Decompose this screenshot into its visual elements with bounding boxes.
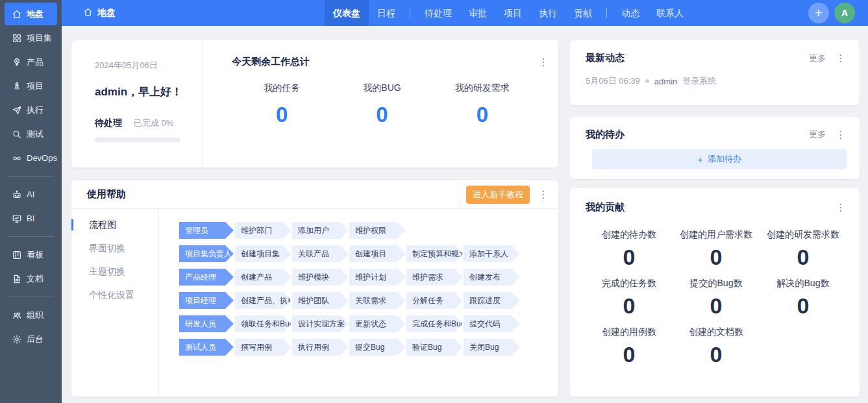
sidebar-divider <box>8 176 54 177</box>
contribution-stat-value: 0 <box>586 292 673 319</box>
add-todo-button[interactable]: + 添加待办 <box>592 149 847 169</box>
flow-step-tag[interactable]: 创建产品、执行 <box>235 292 291 309</box>
contribution-stat-3: 完成的任务数0 <box>586 278 673 319</box>
dynamics-more-link[interactable]: 更多 <box>809 53 826 64</box>
sidebar-item-qa[interactable]: 测试 <box>5 123 57 145</box>
flow-step-tag[interactable]: 添加用户 <box>292 222 349 239</box>
kebab-menu-icon[interactable]: ⋮ <box>538 188 549 201</box>
flow-step-tag[interactable]: 创建项目 <box>349 245 406 262</box>
nav-item-dashboard[interactable]: 仪表盘 <box>325 0 369 26</box>
sidebar-item-bi[interactable]: BI <box>5 207 57 230</box>
nav-item-project[interactable]: 项目 <box>495 0 530 26</box>
sidebar-divider <box>8 297 54 297</box>
contribution-stat-label: 创建的用例数 <box>586 326 673 338</box>
sidebar-item-label: 组织 <box>27 310 43 321</box>
flow-step-tag[interactable]: 跟踪进度 <box>464 292 520 309</box>
sidebar-item-organization[interactable]: 组织 <box>5 304 57 326</box>
flow-step-tag[interactable]: 维护权限 <box>349 222 406 239</box>
flow-role-tag: 管理员 <box>179 222 234 239</box>
sidebar-item-label: 产品 <box>27 56 43 68</box>
pending-label: 待处理 <box>95 117 122 129</box>
work-stat-2: 我的研发需求0 <box>432 82 532 127</box>
sidebar-item-devops[interactable]: DevOps <box>5 147 57 169</box>
nav-divider <box>410 8 410 18</box>
flow-step-tag[interactable]: 撰写用例 <box>235 339 291 356</box>
todo-more-link[interactable]: 更多 <box>809 128 826 140</box>
contribution-stat-label: 创建的待办数 <box>586 229 673 241</box>
flow-step-tag[interactable]: 设计实现方案 <box>292 315 349 332</box>
contribution-stat-label: 解决的Bug数 <box>760 278 847 289</box>
flow-step-tag[interactable]: 创建发布 <box>464 269 520 286</box>
sidebar-item-project[interactable]: 项目 <box>5 75 57 97</box>
flow-step-tag[interactable]: 创建项目集 <box>235 245 291 262</box>
work-stat-value: 0 <box>432 103 532 127</box>
contribution-stat-value: 0 <box>586 341 673 368</box>
flow-step-tag[interactable]: 验证Bug <box>406 339 463 356</box>
work-stat-1: 我的BUG0 <box>332 82 432 127</box>
flow-step-tag[interactable]: 创建产品 <box>235 269 291 286</box>
flow-step-tag[interactable]: 分解任务 <box>406 292 463 309</box>
flow-step-tag[interactable]: 添加干系人 <box>464 245 520 262</box>
contribution-stat-2: 创建的研发需求数0 <box>760 229 847 271</box>
sidebar-item-ai[interactable]: AI <box>5 183 57 206</box>
dynamics-dot <box>645 79 649 83</box>
flow-step-tag[interactable]: 关闭Bug <box>464 339 520 356</box>
sidebar-item-execution[interactable]: 执行 <box>5 99 57 121</box>
flow-step-tag[interactable]: 领取任务和Bug <box>235 315 291 332</box>
contribution-title: 我的贡献 <box>586 201 835 214</box>
topbar-home[interactable]: 地盘 <box>83 7 116 19</box>
flow-row: 项目经理创建产品、执行维护团队关联需求分解任务跟踪进度 <box>179 292 558 309</box>
flow-step-tag[interactable]: 维护部门 <box>235 222 291 239</box>
sidebar-item-doc[interactable]: 文档 <box>5 267 57 290</box>
sidebar-item-admin[interactable]: 后台 <box>5 328 57 350</box>
nav-item-execution[interactable]: 执行 <box>530 0 565 26</box>
sidebar-item-label: 看板 <box>27 249 43 261</box>
flow-step-tag[interactable]: 提交代码 <box>464 315 520 332</box>
kebab-menu-icon[interactable]: ⋮ <box>835 52 847 64</box>
create-button[interactable]: + <box>808 3 829 23</box>
flow-step-tag[interactable]: 更新状态 <box>349 315 406 332</box>
flow-step-tag[interactable]: 维护计划 <box>349 269 406 286</box>
nav-item-todo[interactable]: 待处理 <box>416 0 460 26</box>
help-tab-personalize[interactable]: 个性化设置 <box>71 284 158 307</box>
sidebar-item-space[interactable]: 地盘 <box>5 3 57 25</box>
nav-item-dynamic[interactable]: 动态 <box>613 0 648 26</box>
flow-step-tag[interactable]: 维护需求 <box>406 269 463 286</box>
avatar[interactable]: A <box>834 3 855 23</box>
flow-step-tag[interactable]: 提交Bug <box>349 339 406 356</box>
kanban-icon <box>12 250 22 260</box>
dynamics-entry: 5月06日 06:39admin登录系统 <box>586 75 847 87</box>
infinity-icon <box>12 153 22 164</box>
flow-step-tag[interactable]: 制定预算和规划 <box>406 245 463 262</box>
flow-step-tag[interactable]: 关联产品 <box>292 245 349 262</box>
help-tab-ui-switch[interactable]: 界面切换 <box>71 237 158 260</box>
nav-item-approval[interactable]: 审批 <box>460 0 495 26</box>
nav-item-contacts[interactable]: 联系人 <box>648 0 692 26</box>
help-tab-theme-switch[interactable]: 主题切换 <box>71 260 158 284</box>
flow-step-tag[interactable]: 完成任务和Bug <box>406 315 463 332</box>
contribution-grid: 创建的待办数0创建的用户需求数0创建的研发需求数0完成的任务数0提交的Bug数0… <box>586 229 847 368</box>
contribution-stat-value: 0 <box>760 243 847 271</box>
sidebar-item-program[interactable]: 项目集 <box>5 27 57 49</box>
nav-item-calendar[interactable]: 日程 <box>369 0 404 26</box>
home-icon <box>83 7 93 19</box>
flow-step-tag[interactable]: 关联需求 <box>349 292 406 309</box>
flow-role-tag: 项目经理 <box>179 292 234 309</box>
dynamics-list: 5月06日 06:39admin登录系统 <box>586 75 847 87</box>
contribution-stat-4: 提交的Bug数0 <box>673 278 760 319</box>
sidebar-item-label: AI <box>27 189 34 199</box>
help-tab-flowchart[interactable]: 流程图 <box>71 214 158 237</box>
sidebar-item-product[interactable]: 产品 <box>5 51 57 73</box>
nav-divider <box>606 8 607 18</box>
tutorial-button[interactable]: 进入新手教程 <box>466 186 530 204</box>
kebab-menu-icon[interactable]: ⋮ <box>835 201 847 214</box>
flow-step-tag[interactable]: 维护模块 <box>292 269 349 286</box>
sidebar-item-kanban[interactable]: 看板 <box>5 243 57 266</box>
kebab-menu-icon[interactable]: ⋮ <box>538 56 549 68</box>
work-stats: 我的任务0我的BUG0我的研发需求0 <box>232 82 558 127</box>
flow-step-tag[interactable]: 执行用例 <box>292 339 349 356</box>
welcome-pane: 2024年05月06日 admin，早上好！ 待处理 已完成 0% <box>71 40 203 167</box>
nav-item-contribute[interactable]: 贡献 <box>565 0 601 26</box>
kebab-menu-icon[interactable]: ⋮ <box>835 128 847 141</box>
flow-step-tag[interactable]: 维护团队 <box>292 292 349 309</box>
